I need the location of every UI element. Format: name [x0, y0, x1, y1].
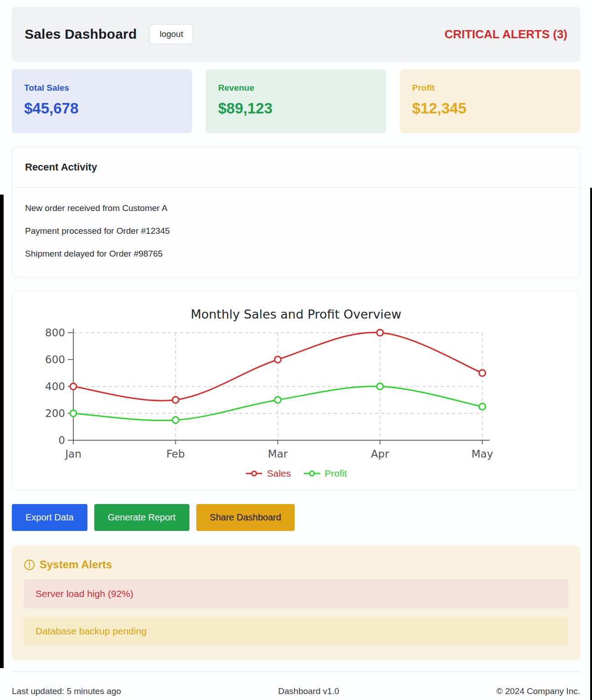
actions-row: Export Data Generate Report Share Dashbo…	[12, 504, 580, 531]
version-text: Dashboard v1.0	[278, 686, 339, 696]
stat-label: Profit	[412, 83, 568, 93]
chart-legend: SalesProfit	[12, 468, 580, 479]
legend-item-profit: Profit	[303, 468, 347, 479]
recent-activity-title: Recent Activity	[12, 147, 580, 188]
svg-text:0: 0	[58, 434, 65, 446]
stat-card-total-sales: Total Sales $45,678	[12, 69, 192, 133]
recent-activity-card: Recent Activity New order received from …	[12, 147, 580, 278]
export-data-button[interactable]: Export Data	[12, 504, 87, 531]
stat-value: $89,123	[218, 100, 374, 117]
legend-label: Profit	[325, 468, 347, 479]
recent-activity-list: New order received from Customer A Payme…	[12, 188, 580, 277]
screenshot-edge-artifact-right	[590, 188, 592, 700]
stat-value: $45,678	[24, 100, 180, 117]
last-updated-text: Last updated: 5 minutes ago	[12, 686, 121, 696]
alert-server-load: Server load high (92%)	[24, 579, 568, 608]
line-chart: 0200400600800JanFebMarAprMay	[12, 325, 580, 462]
stat-card-revenue: Revenue $89,123	[206, 69, 386, 133]
alert-circle-icon	[24, 559, 35, 571]
screenshot-edge-artifact-left	[0, 195, 4, 668]
stat-card-profit: Profit $12,345	[400, 69, 580, 133]
legend-label: Sales	[267, 468, 291, 479]
list-item: New order received from Customer A	[25, 203, 567, 213]
svg-text:400: 400	[45, 381, 65, 392]
alert-database-backup: Database backup pending	[24, 617, 568, 646]
copyright-text: © 2024 Company Inc.	[496, 686, 580, 696]
header-bar: Sales Dashboard logout CRITICAL ALERTS (…	[12, 7, 580, 62]
legend-item-sales: Sales	[245, 468, 291, 479]
chart-card: Monthly Sales and Profit Overview 020040…	[12, 291, 580, 490]
generate-report-button[interactable]: Generate Report	[94, 504, 189, 531]
logout-button[interactable]: logout	[149, 24, 193, 44]
share-dashboard-button[interactable]: Share Dashboard	[196, 504, 295, 531]
footer: Last updated: 5 minutes ago Dashboard v1…	[12, 672, 580, 700]
legend-marker-icon	[245, 470, 263, 477]
svg-text:Mar: Mar	[268, 448, 288, 460]
stat-label: Total Sales	[24, 83, 180, 93]
system-alerts-header: System Alerts	[24, 558, 568, 571]
svg-text:May: May	[471, 448, 493, 460]
system-alerts-section: System Alerts Server load high (92%) Dat…	[12, 546, 580, 660]
svg-text:Feb: Feb	[166, 448, 185, 460]
stats-row: Total Sales $45,678 Revenue $89,123 Prof…	[12, 69, 580, 133]
stat-label: Revenue	[218, 83, 374, 93]
svg-text:Apr: Apr	[371, 448, 389, 460]
svg-text:800: 800	[45, 327, 65, 339]
list-item: Payment processed for Order #12345	[25, 226, 567, 236]
legend-marker-icon	[303, 470, 321, 477]
page-title: Sales Dashboard	[25, 26, 137, 42]
chart-title: Monthly Sales and Profit Overview	[12, 307, 580, 321]
svg-text:600: 600	[45, 354, 65, 365]
system-alerts-title: System Alerts	[40, 558, 112, 571]
critical-alerts-badge: CRITICAL ALERTS (3)	[444, 27, 567, 41]
dashboard-page: Sales Dashboard logout CRITICAL ALERTS (…	[0, 0, 592, 700]
svg-text:Jan: Jan	[64, 448, 81, 460]
stat-value: $12,345	[412, 100, 568, 117]
svg-text:200: 200	[45, 407, 65, 419]
list-item: Shipment delayed for Order #98765	[25, 249, 567, 259]
